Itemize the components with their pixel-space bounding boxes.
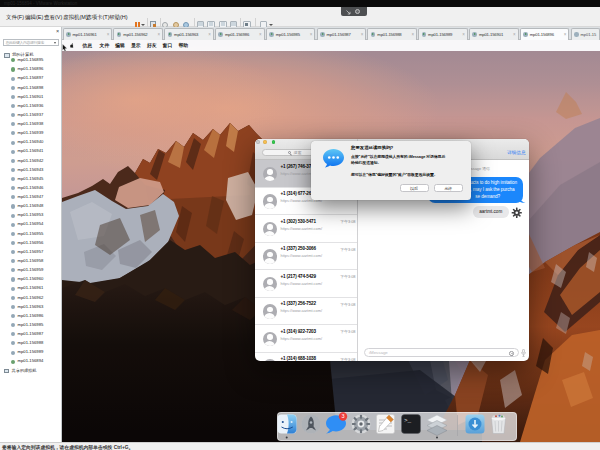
svg-text:>_: >_ — [404, 417, 412, 424]
svg-text:3: 3 — [341, 413, 344, 419]
